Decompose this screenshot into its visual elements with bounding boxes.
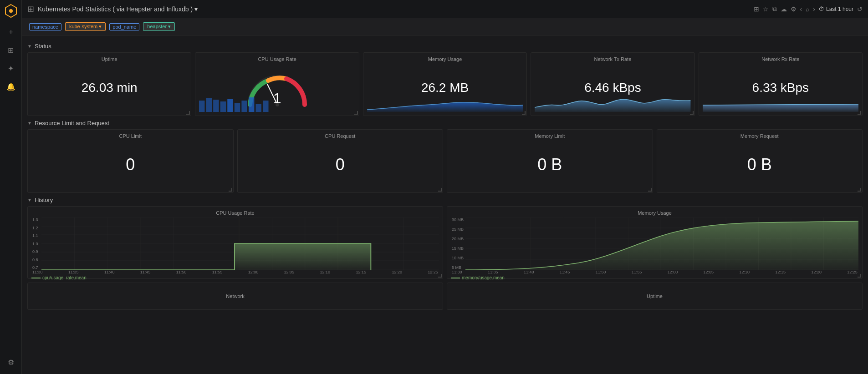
sidebar-add-icon[interactable]: ＋: [3, 24, 19, 40]
memory-legend-label: memory/usage.mean: [462, 275, 505, 280]
mem-y-15mb: 15 MB: [452, 246, 465, 251]
status-section-header[interactable]: ▼ Status: [27, 43, 863, 50]
topbar-actions: ⊞ ☆ ⧉ ☁ ⚙ ‹ ⌕ › ⏱ Last 1 hour ↺: [754, 5, 863, 13]
cpu-limit-card: CPU Limit 0: [27, 129, 234, 193]
memory-usage-card: Memory Usage 26.2 MB: [363, 52, 527, 116]
memory-request-value: 0 B: [747, 155, 772, 174]
memory-request-resize[interactable]: [858, 188, 861, 192]
uptime-value: 26.03 min: [82, 81, 138, 95]
content-area: ▼ Status Uptime 26.03 min CPU Usage Rate: [22, 35, 868, 374]
history-section-label: History: [35, 197, 53, 203]
namespace-filter-value[interactable]: kube-system ▾: [65, 22, 106, 31]
sidebar-dashboard-icon[interactable]: ⊞: [3, 42, 19, 58]
mem-y-20mb: 20 MB: [452, 237, 465, 241]
pod-name-filter-label: pod_name: [109, 23, 139, 30]
memory-limit-resize[interactable]: [648, 188, 652, 192]
sidebar: ＋ ⊞ ✦ 🔔 ⚙: [0, 0, 22, 374]
cpu-chart-svg: [41, 217, 439, 270]
namespace-filter-label: namespace: [29, 23, 61, 30]
network-rx-card: Network Rx Rate 6.33 kBps: [699, 52, 863, 116]
cpu-legend-label: cpu/usage_rate.mean: [42, 275, 87, 280]
dashboard-list-icon[interactable]: ⊞: [754, 5, 759, 13]
save-icon[interactable]: ☁: [781, 5, 787, 13]
refresh-icon[interactable]: ↺: [857, 5, 863, 13]
memory-sparkline: [367, 91, 523, 112]
next-icon[interactable]: ›: [813, 5, 815, 13]
memory-legend: memory/usage.mean: [451, 275, 858, 280]
cpu-request-value: 0: [336, 155, 345, 174]
search-zoom-icon[interactable]: ⌕: [806, 5, 809, 13]
time-range-label: Last 1 hour: [826, 6, 853, 12]
svg-rect-9: [235, 103, 240, 112]
sidebar-bell-icon[interactable]: 🔔: [3, 78, 19, 95]
network-rx-sparkline: [703, 91, 858, 112]
cpu-legend: cpu/usage_rate.mean: [31, 275, 439, 280]
history-collapse-arrow: ▼: [27, 197, 32, 202]
network-rx-resize[interactable]: [858, 111, 861, 115]
cpu-history-chart: CPU Usage Rate 1.3 1.2 1.1 1.0 0.9 0.8 0…: [27, 206, 443, 279]
uptime-title: Uptime: [28, 56, 191, 62]
memory-request-title: Memory Request: [657, 133, 863, 139]
memory-history-chart: Memory Usage 30 MB 25 MB 20 MB 15 MB 10 …: [447, 206, 863, 279]
time-range[interactable]: ⏱ Last 1 hour: [819, 6, 853, 12]
cpu-request-title: CPU Request: [238, 133, 443, 139]
star-icon[interactable]: ☆: [763, 5, 769, 13]
cpu-y-1.2: 1.2: [32, 226, 41, 230]
cpu-request-resize[interactable]: [438, 188, 442, 192]
share-icon[interactable]: ⧉: [772, 5, 777, 13]
memory-limit-card: Memory Limit 0 B: [447, 129, 653, 193]
network-tx-title: Network Tx Rate: [531, 56, 694, 62]
memory-limit-title: Memory Limit: [447, 133, 653, 139]
memory-history-title: Memory Usage: [451, 210, 858, 216]
history-section-header[interactable]: ▼ History: [27, 197, 863, 203]
sidebar-compass-icon[interactable]: ✦: [3, 60, 19, 76]
svg-rect-5: [206, 98, 212, 112]
cpu-gauge-resize[interactable]: [354, 111, 358, 115]
memory-chart-resize[interactable]: [858, 274, 861, 278]
memory-x-axis: 11:3011:3511:4011:4511:5011:5512:0012:05…: [451, 270, 858, 274]
memory-usage-resize[interactable]: [522, 111, 526, 115]
svg-rect-7: [220, 101, 226, 112]
settings-icon[interactable]: ⚙: [791, 5, 797, 13]
uptime-panel-title: Uptime: [647, 293, 663, 299]
resource-cards-row: CPU Limit 0 CPU Request 0 Memory Limit 0…: [27, 129, 863, 193]
cpu-limit-value: 0: [126, 155, 135, 174]
page-title: Kubernetes Pod Statistics ( via Heapster…: [38, 5, 750, 13]
resource-collapse-arrow: ▼: [27, 121, 32, 126]
svg-rect-4: [199, 101, 204, 112]
cpu-y-0.7: 0.7: [32, 265, 41, 270]
mem-y-30mb: 30 MB: [452, 217, 465, 222]
svg-rect-12: [256, 104, 261, 112]
pod-name-filter-value[interactable]: heapster ▾: [143, 22, 175, 31]
network-panel: Network: [27, 283, 443, 310]
cpu-y-1.0: 1.0: [32, 242, 41, 246]
cpu-y-0.8: 0.8: [32, 258, 41, 262]
network-tx-sparkline: [535, 91, 690, 112]
status-collapse-arrow: ▼: [27, 44, 32, 49]
svg-point-1: [9, 9, 13, 13]
cpu-limit-title: CPU Limit: [28, 133, 233, 139]
status-section-label: Status: [35, 43, 51, 50]
memory-y-axis: 30 MB 25 MB 20 MB 15 MB 10 MB 5 MB: [451, 217, 465, 270]
svg-rect-10: [242, 101, 247, 112]
cpu-limit-resize[interactable]: [229, 188, 232, 192]
memory-legend-line: [451, 278, 460, 278]
sidebar-settings-icon[interactable]: ⚙: [3, 354, 19, 370]
cpu-chart-resize[interactable]: [438, 274, 442, 278]
uptime-panel: Uptime: [447, 283, 863, 310]
prev-icon[interactable]: ‹: [800, 5, 802, 13]
cpu-request-card: CPU Request 0: [237, 129, 444, 193]
memory-chart-svg: [465, 217, 858, 270]
network-tx-resize[interactable]: [690, 111, 694, 115]
resource-section-header[interactable]: ▼ Resource Limit and Request: [27, 120, 863, 126]
mem-y-5mb: 5 MB: [452, 265, 465, 270]
memory-usage-title: Memory Usage: [363, 56, 526, 62]
filter-bar: namespace kube-system ▾ pod_name heapste…: [22, 18, 868, 35]
cpu-legend-line: [31, 278, 41, 278]
resource-section-label: Resource Limit and Request: [35, 120, 109, 126]
network-tx-card: Network Tx Rate 6.46 kBps: [531, 52, 694, 116]
svg-rect-13: [263, 101, 268, 112]
memory-limit-value: 0 B: [537, 155, 562, 174]
uptime-resize[interactable]: [186, 111, 190, 115]
app-logo[interactable]: [4, 4, 18, 18]
